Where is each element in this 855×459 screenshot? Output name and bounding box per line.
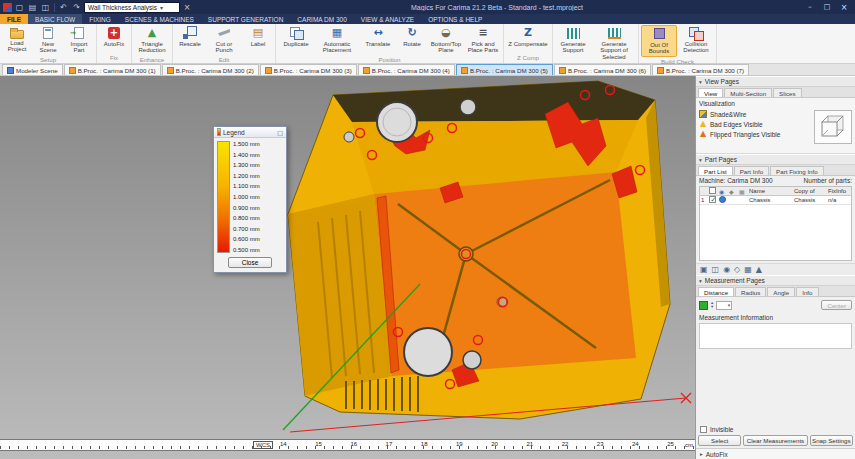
analysis-combo[interactable]: Wall Thickness Analysis ▾ bbox=[84, 2, 180, 13]
undo-icon[interactable]: ↶ bbox=[58, 2, 69, 13]
bottom-top-plane-icon bbox=[438, 26, 454, 40]
measurement-action-button[interactable]: Select bbox=[698, 435, 741, 446]
scene-tab[interactable]: B.Proc. : Carima DM 300 (2) bbox=[162, 64, 259, 75]
orientation-cube[interactable] bbox=[814, 110, 852, 144]
invisible-checkbox[interactable] bbox=[700, 426, 707, 433]
panel-toolbar-icon[interactable]: ◫ bbox=[712, 265, 720, 274]
scene-icon bbox=[265, 67, 272, 74]
translate-button[interactable]: Translate bbox=[360, 25, 396, 55]
view-tab[interactable]: Slices bbox=[773, 88, 802, 97]
panel-toolbar-icon[interactable]: ◇ bbox=[734, 265, 740, 274]
window-controls: – □ × bbox=[802, 2, 852, 13]
measurement-stepper[interactable]: ▴ ▾ bbox=[711, 301, 713, 309]
scene-tab[interactable]: B.Proc. : Carima DM 300 (7) bbox=[652, 64, 749, 75]
view-pages-header[interactable]: ▾ View Pages bbox=[696, 76, 855, 87]
collision-detection-button[interactable]: Collision Detection bbox=[678, 25, 714, 57]
cut-or-punch-button[interactable]: Cut or Punch bbox=[206, 25, 242, 55]
generate-support-button[interactable]: Generate Support bbox=[555, 25, 591, 61]
part-model[interactable] bbox=[288, 81, 670, 419]
rotate-button[interactable]: Rotate bbox=[397, 25, 427, 55]
spin-down-icon[interactable]: ▾ bbox=[711, 305, 713, 309]
ribbon-tab[interactable]: SCENES & MACHINES bbox=[118, 14, 201, 24]
ruler-number: 14 bbox=[280, 441, 287, 447]
ribbon-tab[interactable]: BASIC FLOW bbox=[28, 14, 82, 24]
measurement-mode-combo[interactable]: ▾ bbox=[716, 301, 732, 310]
panel-toolbar-icon[interactable]: ◉ bbox=[723, 265, 730, 274]
open-icon[interactable]: ▤ bbox=[27, 2, 38, 13]
center-button[interactable]: Center bbox=[821, 300, 852, 310]
ribbon-tab[interactable]: VIEW & ANALYZE bbox=[354, 14, 421, 24]
triangle-reduction-button[interactable]: Triangle Reduction bbox=[134, 25, 170, 55]
minimize-button[interactable]: – bbox=[802, 2, 818, 13]
generate-support-selected-button[interactable]: Generate Support of Selected bbox=[592, 25, 636, 61]
scene-tab[interactable]: B.Proc. : Carima DM 300 (6) bbox=[554, 64, 651, 75]
scene-tab[interactable]: B.Proc. : Carima DM 300 (3) bbox=[260, 64, 357, 75]
copy-of-column-header[interactable]: Copy of bbox=[793, 188, 827, 194]
view-tab[interactable]: Multi-Section bbox=[724, 88, 772, 97]
save-icon[interactable]: ◫ bbox=[40, 2, 51, 13]
part-list-row[interactable]: 1 Chassis Chassis n/a bbox=[700, 196, 851, 205]
measurement-action-button[interactable]: Clear Measurements bbox=[743, 435, 807, 446]
load-project-button[interactable]: Load Project bbox=[2, 25, 32, 55]
new-scene-button[interactable]: New Scene bbox=[33, 25, 63, 55]
rescale-button[interactable]: Rescale bbox=[175, 25, 205, 55]
invisible-label: Invisible bbox=[710, 426, 733, 433]
ribbon-tab[interactable]: OPTIONS & HELP bbox=[421, 14, 489, 24]
autofix-footer[interactable]: ▸ AutoFix bbox=[696, 448, 855, 459]
scene-tab[interactable]: B.Proc. : Carima DM 300 (5) bbox=[456, 64, 553, 75]
legend-window[interactable]: Legend □ 1.500 mm1.400 mm1.300 mm1.200 m… bbox=[213, 126, 287, 273]
legend-title-bar[interactable]: Legend □ bbox=[214, 127, 286, 138]
maximize-button[interactable]: □ bbox=[819, 2, 835, 13]
redo-icon[interactable]: ↷ bbox=[71, 2, 82, 13]
close-button[interactable]: × bbox=[836, 2, 852, 13]
label-button[interactable]: Label bbox=[243, 25, 273, 55]
scene-tab[interactable]: B.Proc. : Carima DM 300 (4) bbox=[358, 64, 455, 75]
part-checkbox[interactable] bbox=[709, 196, 716, 203]
measurement-pages-header[interactable]: ▾ Measurement Pages bbox=[696, 275, 855, 286]
measurement-action-button[interactable]: Snap Settings bbox=[810, 435, 853, 446]
view-tab[interactable]: View bbox=[698, 88, 723, 97]
panel-toolbar-icon[interactable]: ▲ bbox=[756, 265, 762, 274]
legend-window-icon[interactable]: □ bbox=[277, 129, 283, 136]
fixinfo-column-header[interactable]: FixInfo bbox=[827, 188, 851, 194]
visualization-option-label: Flipped Triangles Visible bbox=[710, 131, 780, 138]
scene-tab[interactable]: B.Proc. : Carima DM 300 (1) bbox=[64, 64, 161, 75]
panel-toolbar-icon[interactable]: ▦ bbox=[744, 265, 752, 274]
scene-tab-bar: Modeler SceneB.Proc. : Carima DM 300 (1)… bbox=[0, 64, 855, 76]
measurement-tab[interactable]: Info bbox=[796, 287, 818, 296]
clear-analysis-icon[interactable]: × bbox=[182, 3, 192, 12]
legend-close-button[interactable]: Close bbox=[228, 257, 272, 268]
name-column-header[interactable]: Name bbox=[748, 188, 793, 194]
panel-toolbar-icon[interactable]: ▣ bbox=[700, 265, 708, 274]
pick-and-place-button[interactable]: Pick and Place Parts bbox=[465, 25, 501, 55]
out-of-bounds-button[interactable]: Out Of Bounds bbox=[641, 25, 677, 57]
duplicate-button[interactable]: Duplicate bbox=[278, 25, 314, 55]
part-tab[interactable]: Part List bbox=[698, 166, 733, 175]
invisible-option[interactable]: Invisible bbox=[696, 424, 855, 434]
part-visible-icon[interactable] bbox=[719, 196, 726, 203]
measurement-controls: ▴ ▾ ▾ Center bbox=[696, 297, 855, 313]
measurement-tab[interactable]: Distance bbox=[698, 287, 734, 296]
part-tab[interactable]: Part Fixing Info bbox=[770, 166, 824, 175]
z-compensate-button[interactable]: Z Compensate bbox=[506, 25, 550, 53]
3d-canvas[interactable] bbox=[0, 76, 695, 459]
ribbon-tab[interactable]: SUPPORT GENERATION bbox=[201, 14, 291, 24]
select-all-checkbox[interactable] bbox=[709, 187, 716, 194]
ribbon-tab[interactable]: FILE bbox=[0, 14, 28, 24]
autofix-button[interactable]: AutoFix bbox=[99, 25, 129, 53]
import-part-button[interactable]: Import Part bbox=[64, 25, 94, 55]
collapse-icon: ▾ bbox=[699, 79, 702, 85]
measurement-color-swatch[interactable] bbox=[699, 301, 708, 310]
ribbon-tab[interactable]: CARIMA DM 300 bbox=[290, 14, 354, 24]
measurement-tab[interactable]: Angle bbox=[767, 287, 795, 296]
bottom-top-plane-button[interactable]: Bottom/Top Plane bbox=[428, 25, 464, 55]
measurement-tab[interactable]: Radius bbox=[735, 287, 766, 296]
app-window: ▢ ▤ ◫ ↶ ↷ Wall Thickness Analysis ▾ × Ma… bbox=[0, 0, 855, 459]
part-tab[interactable]: Part Info bbox=[734, 166, 769, 175]
viewport: Legend □ 1.500 mm1.400 mm1.300 mm1.200 m… bbox=[0, 76, 695, 459]
new-icon[interactable]: ▢ bbox=[14, 2, 25, 13]
scene-tab[interactable]: Modeler Scene bbox=[2, 64, 63, 75]
automatic-placement-button[interactable]: Automatic Placement bbox=[315, 25, 359, 55]
part-pages-header[interactable]: ▾ Part Pages bbox=[696, 154, 855, 165]
ribbon-tab[interactable]: FIXING bbox=[82, 14, 118, 24]
